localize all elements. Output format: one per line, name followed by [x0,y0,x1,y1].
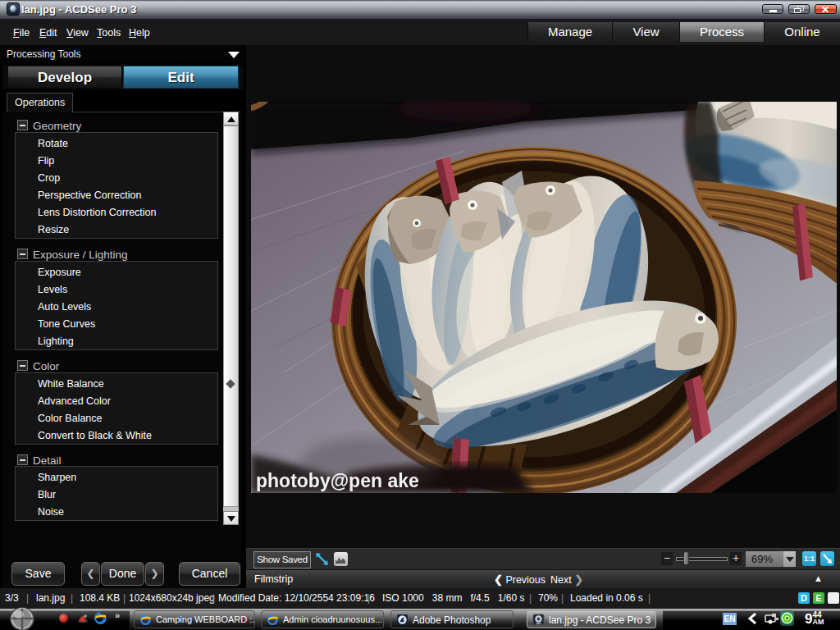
svg-text:photoby@pen ake: photoby@pen ake [256,470,419,491]
